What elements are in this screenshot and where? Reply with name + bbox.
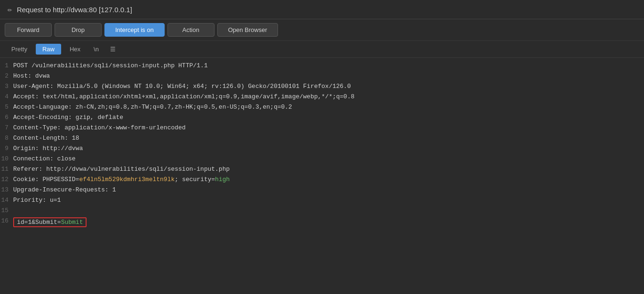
line-content-14: Priority: u=1 xyxy=(13,197,644,204)
line-num-9: 9 xyxy=(0,145,13,152)
line-5: 5 Accept-Language: zh-CN,zh;q=0.8,zh-TW;… xyxy=(0,103,644,113)
toolbar: Forward Drop Intercept is on Action Open… xyxy=(0,19,644,41)
line-content-9: Origin: http://dvwa xyxy=(13,145,644,152)
line-content-8: Content-Length: 18 xyxy=(13,135,644,142)
line-14: 14 Priority: u=1 xyxy=(0,196,644,207)
line-num-6: 6 xyxy=(0,114,13,121)
menu-icon[interactable]: ☰ xyxy=(105,44,120,55)
line-num-7: 7 xyxy=(0,124,13,131)
request-body: 1 POST /vulnerabilities/sqli/session-inp… xyxy=(0,58,644,291)
line-num-2: 2 xyxy=(0,72,13,79)
line-12: 12 Cookie: PHPSESSID=ef4ln5lm529kdmhri3m… xyxy=(0,175,644,186)
line-4: 4 Accept: text/html,application/xhtml+xm… xyxy=(0,93,644,103)
newline-toggle[interactable]: \n xyxy=(89,44,103,55)
tab-hex[interactable]: Hex xyxy=(63,44,87,55)
tab-pretty[interactable]: Pretty xyxy=(5,44,34,55)
line-num-4: 4 xyxy=(0,93,13,100)
view-tabs: Pretty Raw Hex \n ☰ xyxy=(0,41,644,58)
line-2: 2 Host: dvwa xyxy=(0,72,644,82)
line-content-10: Connection: close xyxy=(13,155,644,162)
title-text: Request to http://dvwa:80 [127.0.0.1] xyxy=(17,6,132,14)
line-num-14: 14 xyxy=(0,197,13,204)
line-content-12: Cookie: PHPSESSID=ef4ln5lm529kdmhri3melt… xyxy=(13,176,644,183)
line-1: 1 POST /vulnerabilities/sqli/session-inp… xyxy=(0,62,644,72)
forward-button[interactable]: Forward xyxy=(5,23,52,37)
line-15: 15 xyxy=(0,207,644,217)
tab-raw[interactable]: Raw xyxy=(36,44,61,55)
line-num-13: 13 xyxy=(0,186,13,193)
line-num-10: 10 xyxy=(0,155,13,162)
param-value: Submit xyxy=(61,219,83,226)
action-button[interactable]: Action xyxy=(167,23,215,37)
open-browser-button[interactable]: Open Browser xyxy=(217,23,278,37)
line-10: 10 Connection: close xyxy=(0,155,644,165)
line-content-13: Upgrade-Insecure-Requests: 1 xyxy=(13,186,644,193)
param-key: id=1&Submit= xyxy=(17,219,61,226)
intercept-button[interactable]: Intercept is on xyxy=(104,23,165,37)
pencil-icon: ✏ xyxy=(8,5,12,14)
post-body-highlighted: id=1&Submit=Submit xyxy=(13,217,87,227)
line-9: 9 Origin: http://dvwa xyxy=(0,144,644,155)
line-13: 13 Upgrade-Insecure-Requests: 1 xyxy=(0,186,644,196)
line-content-7: Content-Type: application/x-www-form-url… xyxy=(13,124,644,131)
line-3: 3 User-Agent: Mozilla/5.0 (Windows NT 10… xyxy=(0,82,644,93)
line-num-11: 11 xyxy=(0,166,13,173)
line-16: 16 id=1&Submit=Submit xyxy=(0,217,644,228)
line-num-15: 15 xyxy=(0,207,13,214)
cookie-value: ef4ln5lm529kdmhri3meltn9lk xyxy=(79,176,175,183)
line-content-1: POST /vulnerabilities/sqli/session-input… xyxy=(13,62,644,69)
cookie-key: Cookie: PHPSESSID= xyxy=(13,176,79,183)
line-num-1: 1 xyxy=(0,62,13,69)
line-content-16: id=1&Submit=Submit xyxy=(13,217,644,227)
cookie-security-key: ; security= xyxy=(175,176,215,183)
drop-button[interactable]: Drop xyxy=(55,23,102,37)
line-num-3: 3 xyxy=(0,83,13,90)
title-bar: ✏ Request to http://dvwa:80 [127.0.0.1] xyxy=(0,0,644,19)
line-6: 6 Accept-Encoding: gzip, deflate xyxy=(0,113,644,124)
line-content-3: User-Agent: Mozilla/5.0 (Windows NT 10.0… xyxy=(13,83,644,90)
line-num-16: 16 xyxy=(0,217,13,224)
line-num-8: 8 xyxy=(0,135,13,142)
line-content-2: Host: dvwa xyxy=(13,72,644,79)
cookie-security-value: high xyxy=(215,176,230,183)
line-num-5: 5 xyxy=(0,103,13,111)
line-content-6: Accept-Encoding: gzip, deflate xyxy=(13,114,644,121)
line-content-5: Accept-Language: zh-CN,zh;q=0.8,zh-TW;q=… xyxy=(13,103,644,111)
line-7: 7 Content-Type: application/x-www-form-u… xyxy=(0,124,644,134)
line-num-12: 12 xyxy=(0,176,13,183)
line-content-15 xyxy=(13,207,644,214)
line-8: 8 Content-Length: 18 xyxy=(0,134,644,144)
line-content-11: Referer: http://dvwa/vulnerabilities/sql… xyxy=(13,166,644,173)
line-content-4: Accept: text/html,application/xhtml+xml,… xyxy=(13,93,644,100)
line-11: 11 Referer: http://dvwa/vulnerabilities/… xyxy=(0,165,644,175)
